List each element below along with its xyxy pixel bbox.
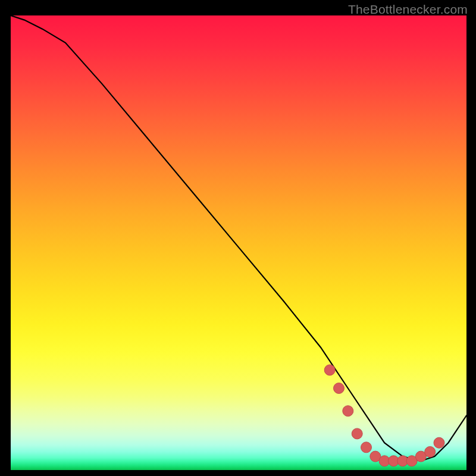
chart-stage: TheBottlenecker.com (0, 0, 476, 476)
chart-svg (11, 15, 466, 470)
data-dot (425, 446, 436, 457)
data-dot (324, 365, 335, 375)
plot-area (11, 15, 466, 470)
data-dot (343, 406, 353, 416)
data-dot (434, 437, 444, 448)
source-attribution: TheBottlenecker.com (348, 2, 468, 17)
data-dot (352, 428, 362, 439)
data-dot (334, 383, 345, 394)
data-dot (361, 442, 372, 453)
curve-path (11, 15, 466, 461)
